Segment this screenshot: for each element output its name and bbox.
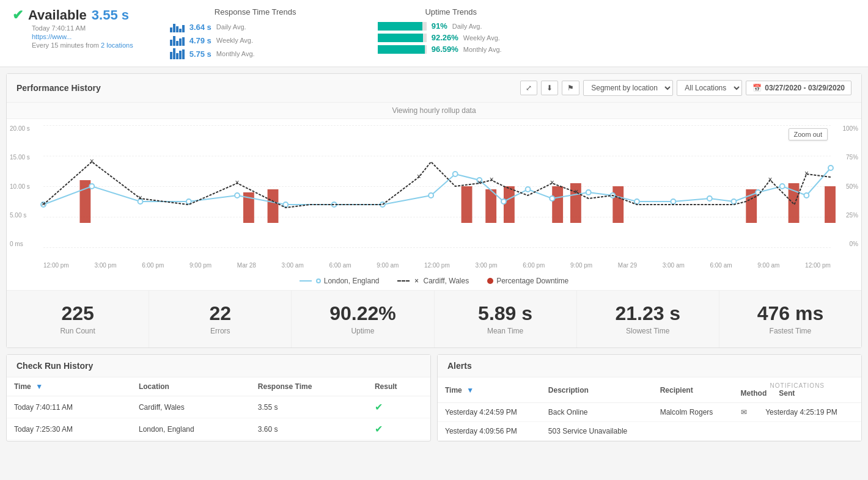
- y-label-1: 15.00 s: [10, 154, 30, 161]
- x-label-10: 6:00 pm: [523, 262, 545, 269]
- email-icon: ✉: [741, 408, 747, 416]
- x-label-11: 9:00 pm: [570, 262, 592, 269]
- alert-col-recipient: Recipient: [653, 377, 734, 403]
- alerts-section: Alerts Time ▼ Description Recipient NOTI…: [437, 354, 862, 442]
- svg-text:×: ×: [42, 200, 46, 208]
- date-range[interactable]: 📅 03/27/2020 - 03/29/2020: [746, 81, 851, 95]
- trend-daily: 3.64 s Daily Avg.: [170, 21, 341, 32]
- stat-uptime-value: 90.22%: [304, 303, 421, 324]
- alert-row-method: ✉: [734, 403, 759, 422]
- locations-link[interactable]: 2 locations: [101, 42, 133, 49]
- status-time: Today 7:40:11 AM: [32, 24, 133, 32]
- sort-icon[interactable]: ▼: [35, 382, 43, 391]
- stat-mean-time: 5.89 s Mean Time: [435, 291, 577, 347]
- svg-text:×: ×: [138, 194, 142, 202]
- svg-point-29: [671, 199, 675, 204]
- check-icon: ✔: [375, 402, 383, 412]
- x-label-0: 12:00 pm: [43, 262, 69, 269]
- zoom-out-button[interactable]: Zoom out: [789, 128, 828, 140]
- download-button[interactable]: ⬇: [541, 81, 558, 95]
- svg-point-28: [634, 199, 639, 204]
- status-section: ✔ Available 3.55 s Today 7:40:11 AM http…: [12, 7, 133, 49]
- x-label-6: 6:00 am: [329, 262, 351, 269]
- y-right-2: 50%: [842, 183, 858, 190]
- location-select[interactable]: All Locations: [677, 80, 742, 96]
- svg-point-13: [89, 184, 94, 189]
- x-label-4: Mar 28: [237, 262, 256, 269]
- stat-errors: 22 Errors: [149, 291, 292, 347]
- performance-history-title: Performance History: [17, 83, 101, 93]
- sort-icon[interactable]: ▼: [466, 386, 474, 395]
- segment-select[interactable]: Segment by location: [583, 80, 673, 96]
- alert-row-sent: [758, 422, 861, 441]
- alerts-table: Time ▼ Description Recipient NOTIFICATIO…: [438, 377, 861, 441]
- trend-weekly-label: Weekly Avg.: [216, 37, 253, 44]
- status-frequency: Every 15 minutes from 2 locations: [32, 42, 133, 49]
- y-right-4: 0%: [842, 241, 858, 247]
- y-label-0: 20.00 s: [10, 125, 30, 132]
- col-result: Result: [367, 377, 430, 396]
- col-response-time: Response Time: [251, 377, 367, 396]
- svg-text:×: ×: [235, 178, 240, 187]
- uptime-monthly-label: Monthly Avg.: [463, 46, 502, 53]
- svg-text:×: ×: [574, 187, 578, 196]
- header-controls: ⤢ ⬇ ⚑ Segment by location All Locations …: [520, 80, 851, 96]
- uptime-daily-value: 91%: [432, 21, 447, 31]
- available-label: Available: [28, 7, 87, 23]
- trend-monthly: 5.75 s Monthly Avg.: [170, 48, 341, 59]
- response-time-value: 3.55 s: [92, 7, 129, 23]
- svg-rect-2: [268, 189, 279, 223]
- alert-row-desc: Back Online: [541, 403, 653, 422]
- row-response: 3.55 s: [251, 396, 367, 418]
- x-label-16: 12:00 pm: [805, 262, 831, 269]
- svg-point-26: [586, 190, 591, 195]
- trend-daily-label: Daily Avg.: [216, 23, 246, 31]
- table-row: Yesterday 4:24:59 PM Back Online Malcolm…: [438, 403, 861, 422]
- y-label-4: 0 ms: [10, 241, 30, 247]
- table-row: Today 7:25:30 AM London, England 3.60 s …: [7, 418, 430, 440]
- top-bar: ✔ Available 3.55 s Today 7:40:11 AM http…: [0, 0, 868, 67]
- alert-row-sent: Yesterday 4:25:19 PM: [758, 403, 861, 422]
- flag-button[interactable]: ⚑: [562, 81, 579, 95]
- svg-text:×: ×: [550, 178, 554, 187]
- chart-svg: × × × × × × × × × × ×: [43, 125, 831, 247]
- x-label-3: 9:00 pm: [189, 262, 211, 269]
- uptime-weekly-value: 92.26%: [432, 33, 458, 42]
- stat-run-count-label: Run Count: [19, 327, 136, 335]
- x-label-2: 6:00 pm: [142, 262, 164, 269]
- row-result: ✔: [367, 418, 430, 440]
- svg-point-20: [428, 193, 433, 198]
- table-row: Today 7:40:11 AM Cardiff, Wales 3.55 s ✔: [7, 396, 430, 418]
- available-icon: ✔: [12, 7, 23, 23]
- svg-rect-5: [504, 186, 515, 223]
- y-right-3: 25%: [842, 212, 858, 219]
- alerts-title: Alerts: [438, 355, 861, 377]
- row-time: Today 7:25:30 AM: [7, 418, 131, 440]
- check-run-history-title: Check Run History: [7, 355, 430, 377]
- svg-rect-3: [462, 186, 473, 223]
- y-axis-labels: 20.00 s 15.00 s 10.00 s 5.00 s 0 ms: [10, 125, 30, 247]
- stat-fastest-time-label: Fastest Time: [732, 327, 849, 335]
- table-row: Yesterday 4:09:56 PM 503 Service Unavail…: [438, 422, 861, 441]
- uptime-weekly-label: Weekly Avg.: [463, 34, 500, 42]
- row-time: Today 7:40:11 AM: [7, 396, 131, 418]
- x-label-7: 9:00 am: [377, 262, 399, 269]
- expand-button[interactable]: ⤢: [520, 81, 537, 95]
- y-right-1: 75%: [842, 154, 858, 161]
- x-label-13: 3:00 am: [663, 262, 685, 269]
- x-label-15: 9:00 am: [757, 262, 779, 269]
- uptime-weekly: 92.26% Weekly Avg.: [378, 33, 524, 42]
- x-axis-labels: 12:00 pm 3:00 pm 6:00 pm 9:00 pm Mar 28 …: [43, 262, 831, 269]
- date-range-value: 03/27/2020 - 03/29/2020: [765, 84, 845, 92]
- svg-point-30: [707, 196, 712, 201]
- performance-history-header: Performance History ⤢ ⬇ ⚑ Segment by loc…: [7, 74, 861, 103]
- notifications-header: NOTIFICATIONS: [741, 382, 854, 389]
- status-url-link[interactable]: https://www...: [32, 33, 72, 40]
- chart-area: 20.00 s 15.00 s 10.00 s 5.00 s 0 ms 100%…: [7, 119, 861, 272]
- stat-uptime: 90.22% Uptime: [292, 291, 434, 347]
- chart-legend: London, England × Cardiff, Wales Percent…: [7, 272, 861, 290]
- trend-monthly-label: Monthly Avg.: [216, 50, 255, 57]
- x-label-9: 3:00 pm: [475, 262, 497, 269]
- legend-cardiff-label: Cardiff, Wales: [423, 277, 469, 285]
- stats-row: 225 Run Count 22 Errors 90.22% Uptime 5.…: [7, 290, 861, 347]
